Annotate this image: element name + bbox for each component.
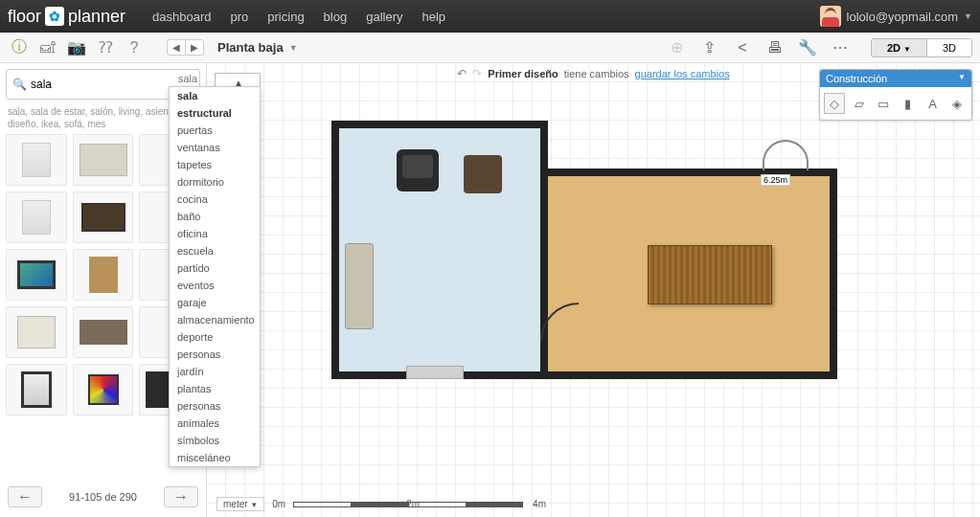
camera-tool-icon[interactable]: 📷 bbox=[65, 36, 88, 59]
thumb-item[interactable] bbox=[6, 249, 67, 301]
category-option[interactable]: partido bbox=[170, 259, 260, 277]
category-option[interactable]: personas bbox=[170, 397, 260, 415]
view-tabs: 2D ▼ 3D bbox=[871, 38, 972, 57]
view-3d-tab[interactable]: 3D bbox=[927, 39, 971, 56]
nav-pro[interactable]: pro bbox=[231, 10, 249, 24]
category-option[interactable]: deporte bbox=[170, 328, 260, 346]
category-option[interactable]: plantas bbox=[170, 380, 260, 397]
undo-icon[interactable]: ↶ bbox=[457, 67, 467, 80]
brand-logo-icon: ✿ bbox=[45, 7, 64, 26]
export-icon[interactable]: ⇪ bbox=[698, 36, 721, 59]
avatar-icon bbox=[820, 6, 841, 27]
wood-table[interactable] bbox=[648, 245, 772, 304]
chevron-down-icon: ▼ bbox=[958, 73, 966, 84]
search-icon: 🔍 bbox=[12, 78, 27, 91]
category-option[interactable]: personas bbox=[170, 346, 260, 363]
armchair-black[interactable] bbox=[397, 149, 439, 191]
status-bar: ↶ ↷ Primer diseño tiene cambios guardar … bbox=[457, 67, 729, 80]
view-2d-tab[interactable]: 2D ▼ bbox=[872, 39, 927, 56]
scale-bar: meter ▼ 0m 2m 4m bbox=[217, 497, 565, 511]
page-prev-button[interactable]: ← bbox=[8, 486, 42, 507]
info-icon[interactable]: ⓘ bbox=[8, 36, 31, 59]
thumb-item[interactable] bbox=[73, 134, 134, 186]
wrench-icon[interactable]: 🔧 bbox=[796, 36, 819, 59]
settings-icon[interactable]: ⋯ bbox=[829, 36, 852, 59]
category-option[interactable]: ventanas bbox=[170, 139, 260, 156]
floor-prev-button[interactable]: ◀ bbox=[168, 40, 186, 55]
nav-gallery[interactable]: gallery bbox=[366, 10, 402, 24]
measure-tool-icon[interactable]: ⁇ bbox=[94, 36, 117, 59]
door-exterior[interactable] bbox=[763, 140, 809, 170]
thumb-item[interactable] bbox=[73, 306, 134, 358]
nav-pricing[interactable]: pricing bbox=[267, 10, 304, 24]
category-option[interactable]: almacenamiento bbox=[170, 311, 260, 328]
category-option[interactable]: garaje bbox=[170, 294, 260, 311]
thumb-item[interactable] bbox=[6, 306, 67, 358]
search-category-label: sala bbox=[178, 73, 197, 84]
unit-selector[interactable]: meter ▼ bbox=[217, 497, 264, 511]
add-icon[interactable]: ⊕ bbox=[666, 36, 689, 59]
nav-dashboard[interactable]: dashboard bbox=[152, 10, 211, 24]
category-option[interactable]: baño bbox=[170, 208, 260, 225]
category-option[interactable]: tapetes bbox=[170, 156, 260, 173]
thumb-item[interactable] bbox=[6, 134, 67, 186]
line-tool-icon[interactable]: ▮ bbox=[898, 93, 919, 114]
category-option[interactable]: puertas bbox=[170, 122, 260, 139]
category-option[interactable]: escuela bbox=[170, 242, 260, 259]
thumb-item[interactable] bbox=[73, 191, 134, 243]
floor-selector[interactable]: Planta baja ▼ bbox=[217, 40, 298, 55]
construction-title: Construcción bbox=[826, 73, 887, 84]
thumb-item[interactable] bbox=[73, 249, 134, 301]
construction-header[interactable]: Construcción ▼ bbox=[820, 70, 971, 87]
dimension-tool-icon[interactable]: ◈ bbox=[946, 93, 968, 114]
category-option[interactable]: animales bbox=[170, 415, 260, 432]
toolbar: ⓘ 🛋 📷 ⁇ ? ◀ ▶ Planta baja ▼ ⊕ ⇪ < 🖶 🔧 ⋯ … bbox=[0, 33, 980, 63]
category-option[interactable]: sala bbox=[170, 87, 260, 104]
text-tool-icon[interactable]: A bbox=[923, 93, 944, 114]
wall-tool-icon[interactable]: ◇ bbox=[824, 93, 845, 114]
door-measurement: 6.25m bbox=[761, 174, 790, 186]
help-tool-icon[interactable]: ? bbox=[123, 36, 146, 59]
category-option[interactable]: jardín bbox=[170, 363, 260, 380]
room-left[interactable] bbox=[331, 121, 548, 379]
category-option[interactable]: misceláneo bbox=[170, 449, 260, 466]
construction-palette: Construcción ▼ ◇ ▱ ▭ ▮ A ◈ bbox=[819, 69, 972, 121]
thumb-item[interactable] bbox=[6, 191, 67, 243]
scale-tick-0: 0m bbox=[272, 499, 285, 509]
search-input[interactable] bbox=[31, 78, 174, 91]
redo-icon[interactable]: ↷ bbox=[472, 67, 482, 80]
chevron-down-icon: ▼ bbox=[289, 43, 298, 53]
pager: ← 91-105 de 290 → bbox=[6, 483, 200, 511]
category-option[interactable]: eventos bbox=[170, 277, 260, 294]
category-option[interactable]: estructural bbox=[170, 104, 260, 122]
brand[interactable]: floor ✿ planner bbox=[8, 7, 125, 27]
brand-word-1: floor bbox=[8, 7, 41, 27]
user-email: lololo@yopmail.com bbox=[847, 10, 959, 24]
category-option[interactable]: cocina bbox=[170, 191, 260, 208]
nav-help[interactable]: help bbox=[422, 10, 445, 24]
category-option[interactable]: oficina bbox=[170, 225, 260, 242]
canvas[interactable]: ↶ ↷ Primer diseño tiene cambios guardar … bbox=[206, 63, 980, 517]
armchair-brown[interactable] bbox=[464, 155, 502, 193]
floor-next-button[interactable]: ▶ bbox=[186, 40, 203, 55]
design-title: Primer diseño bbox=[488, 68, 558, 79]
scale-tick-2: 2m bbox=[406, 499, 420, 509]
sofa-tool-icon[interactable]: 🛋 bbox=[36, 36, 59, 59]
page-next-button[interactable]: → bbox=[164, 486, 198, 507]
thumb-item[interactable] bbox=[73, 364, 134, 416]
save-changes-link[interactable]: guardar los cambios bbox=[635, 68, 730, 79]
print-icon[interactable]: 🖶 bbox=[763, 36, 786, 59]
category-option[interactable]: símbolos bbox=[170, 432, 260, 449]
thumb-item[interactable] bbox=[6, 364, 67, 416]
nav-blog[interactable]: blog bbox=[324, 10, 348, 24]
user-menu[interactable]: lololo@yopmail.com ▼ bbox=[820, 6, 972, 27]
surface-tool-icon[interactable]: ▭ bbox=[873, 93, 894, 114]
rug[interactable] bbox=[406, 366, 464, 379]
sofa[interactable] bbox=[345, 243, 374, 329]
floor-name: Planta baja bbox=[217, 40, 284, 55]
changes-label: tiene cambios bbox=[564, 68, 629, 79]
share-icon[interactable]: < bbox=[731, 36, 754, 59]
scale-tick-4: 4m bbox=[533, 499, 546, 509]
room-tool-icon[interactable]: ▱ bbox=[849, 93, 870, 114]
category-option[interactable]: dormitorio bbox=[170, 173, 260, 191]
